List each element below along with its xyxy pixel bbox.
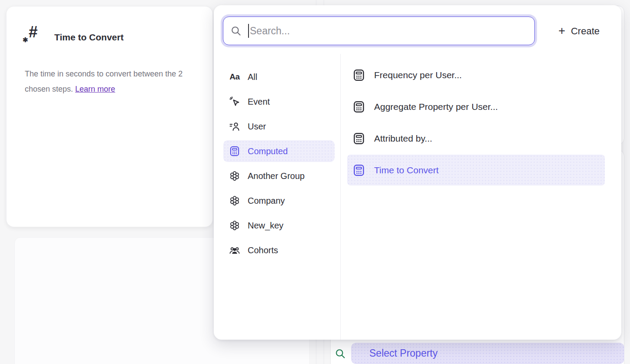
result-label: Time to Convert [374,165,439,175]
result-label: Frequency per User... [374,70,462,80]
app-root: Select Property # ✱ Time to Convert The … [0,0,630,364]
select-property-bar: Select Property [335,343,624,364]
result-item-attributed-by[interactable]: Attributed by... [347,123,605,154]
event-click-icon [229,96,240,107]
category-item-event[interactable]: Event [223,91,335,113]
calculator-icon [352,69,365,82]
search-icon [335,348,346,359]
result-label: Aggregate Property per User... [374,102,498,112]
select-property-label: Select Property [369,347,438,359]
search-icon [230,25,242,36]
category-label: Another Group [248,171,305,181]
category-item-all[interactable]: Aa All [223,66,335,88]
user-profile-icon [229,121,240,132]
tooltip-title: Time to Convert [54,32,123,43]
calculator-icon [352,100,365,113]
calculator-icon [229,146,240,157]
tooltip-description: The time in seconds to convert between t… [25,66,204,97]
group-icon [229,195,240,206]
create-button-label: Create [571,26,600,37]
category-item-company[interactable]: Company [223,190,335,212]
calculator-icon [352,132,365,145]
result-item-time-to-convert[interactable]: Time to Convert [347,155,605,185]
category-label: Event [248,97,270,107]
learn-more-link[interactable]: Learn more [75,85,115,93]
result-item-frequency-per-user[interactable]: Frequency per User... [347,60,605,90]
results-list: Frequency per User... Aggregate Property… [347,60,605,186]
search-box[interactable] [223,17,535,45]
text-aa-icon: Aa [229,71,240,83]
cohorts-icon [229,245,240,256]
category-item-computed[interactable]: Computed [223,140,335,162]
search-focus-ring [221,14,537,47]
group-icon [229,220,240,231]
group-icon [229,170,240,182]
category-item-cohorts[interactable]: Cohorts [223,239,335,261]
category-label: All [248,72,257,82]
category-label: Company [248,196,285,206]
category-item-new-key[interactable]: New_key [223,215,335,236]
plus-icon: + [558,25,565,37]
category-label: New_key [248,221,283,231]
category-label: User [248,122,266,132]
category-list: Aa All Event User Computed Another Group [223,66,335,264]
calculator-icon [352,164,365,177]
property-selector-popup: + Create Aa All Event User Computed [214,5,621,340]
category-label: Computed [248,146,288,156]
column-divider [340,54,341,340]
search-input[interactable] [249,25,527,37]
result-label: Attributed by... [374,133,432,144]
select-property-button[interactable]: Select Property [351,343,624,364]
property-tooltip-card: # ✱ Time to Convert The time in seconds … [6,6,213,227]
category-item-user[interactable]: User [223,116,335,137]
result-item-aggregate-property-per-user[interactable]: Aggregate Property per User... [347,91,605,122]
create-button[interactable]: + Create [558,24,600,38]
category-label: Cohorts [248,245,278,255]
numeric-property-icon: # ✱ [22,26,45,48]
category-item-another-group[interactable]: Another Group [223,165,335,187]
